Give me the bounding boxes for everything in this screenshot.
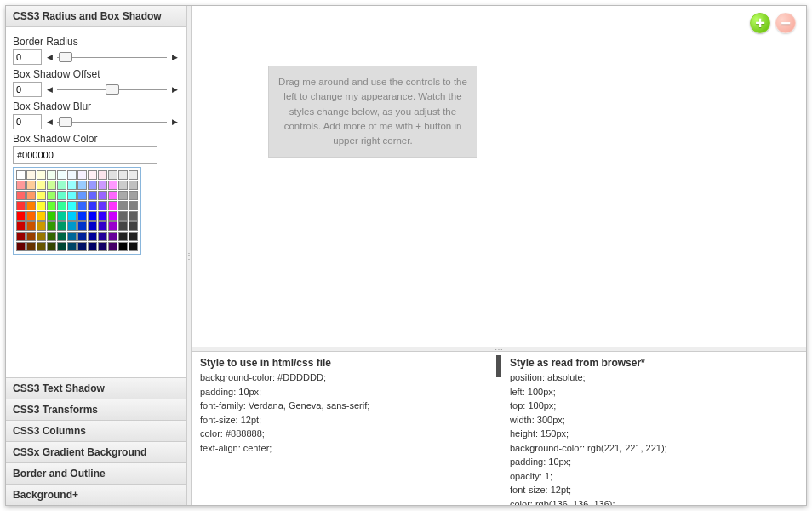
color-swatch[interactable] bbox=[118, 211, 128, 221]
box-shadow-offset-increment[interactable]: ▶ bbox=[170, 83, 179, 96]
color-swatch[interactable] bbox=[98, 191, 107, 200]
color-swatch[interactable] bbox=[108, 201, 117, 210]
color-swatch[interactable] bbox=[129, 181, 138, 190]
add-element-button[interactable]: + bbox=[750, 13, 770, 33]
color-swatch[interactable] bbox=[77, 232, 87, 241]
color-swatch[interactable] bbox=[88, 181, 97, 190]
color-swatch[interactable] bbox=[88, 191, 97, 200]
accordion-section[interactable]: Border and Outline bbox=[6, 462, 186, 484]
color-swatch[interactable] bbox=[57, 221, 66, 231]
remove-element-button[interactable]: − bbox=[775, 13, 796, 33]
color-swatch[interactable] bbox=[118, 191, 128, 200]
color-swatch[interactable] bbox=[77, 201, 87, 210]
color-swatch[interactable] bbox=[57, 170, 66, 180]
color-swatch[interactable] bbox=[47, 242, 56, 251]
accordion-section[interactable]: CSS3 Text Shadow bbox=[6, 377, 186, 399]
border-radius-increment[interactable]: ▶ bbox=[170, 50, 179, 64]
color-swatch[interactable] bbox=[16, 221, 26, 231]
border-radius-decrement[interactable]: ◀ bbox=[45, 50, 54, 64]
color-swatch[interactable] bbox=[57, 181, 66, 190]
color-swatch[interactable] bbox=[118, 181, 128, 190]
box-shadow-blur-increment[interactable]: ▶ bbox=[170, 115, 179, 129]
color-swatch[interactable] bbox=[67, 242, 77, 251]
color-swatch[interactable] bbox=[26, 211, 36, 221]
color-swatch[interactable] bbox=[77, 221, 87, 231]
color-swatch[interactable] bbox=[88, 232, 97, 241]
color-swatch[interactable] bbox=[47, 191, 56, 200]
color-swatch[interactable] bbox=[108, 211, 117, 221]
box-shadow-blur-input[interactable] bbox=[13, 114, 42, 129]
color-swatch[interactable] bbox=[118, 201, 128, 210]
color-swatch[interactable] bbox=[98, 242, 107, 251]
color-swatch[interactable] bbox=[129, 170, 138, 180]
color-swatch[interactable] bbox=[129, 221, 138, 231]
accordion-section[interactable]: CSS3 Transforms bbox=[6, 399, 186, 420]
color-swatch[interactable] bbox=[67, 181, 77, 190]
accordion-section[interactable]: CSS3 Columns bbox=[6, 420, 186, 441]
color-swatch[interactable] bbox=[108, 221, 117, 231]
color-swatch[interactable] bbox=[47, 170, 56, 180]
color-swatch[interactable] bbox=[47, 232, 56, 241]
color-swatch[interactable] bbox=[67, 170, 77, 180]
color-swatch[interactable] bbox=[16, 211, 26, 221]
color-swatch[interactable] bbox=[129, 211, 138, 221]
box-shadow-offset-decrement[interactable]: ◀ bbox=[45, 83, 54, 96]
color-swatch[interactable] bbox=[57, 232, 66, 241]
draggable-preview-card[interactable]: Drag me around and use the controls to t… bbox=[268, 66, 477, 158]
color-swatch[interactable] bbox=[77, 170, 87, 180]
box-shadow-blur-slider-thumb[interactable] bbox=[59, 117, 72, 127]
color-swatch[interactable] bbox=[67, 232, 77, 241]
color-swatch[interactable] bbox=[67, 211, 77, 221]
border-radius-input[interactable] bbox=[13, 49, 42, 65]
accordion-section[interactable]: CSSx Gradient Background bbox=[6, 441, 186, 462]
color-swatch[interactable] bbox=[37, 232, 46, 241]
color-swatch[interactable] bbox=[88, 242, 97, 251]
color-swatch[interactable] bbox=[16, 232, 26, 241]
color-swatch[interactable] bbox=[26, 232, 36, 241]
color-swatch[interactable] bbox=[77, 211, 87, 221]
color-swatch[interactable] bbox=[118, 242, 128, 251]
color-swatch[interactable] bbox=[47, 211, 56, 221]
color-swatch[interactable] bbox=[88, 211, 97, 221]
color-swatch[interactable] bbox=[129, 201, 138, 210]
color-swatch[interactable] bbox=[26, 181, 36, 190]
color-swatch[interactable] bbox=[88, 221, 97, 231]
color-swatch[interactable] bbox=[108, 242, 117, 251]
color-swatch[interactable] bbox=[37, 191, 46, 200]
border-radius-slider[interactable] bbox=[57, 51, 167, 63]
box-shadow-offset-slider-thumb[interactable] bbox=[106, 84, 119, 95]
color-swatch[interactable] bbox=[26, 201, 36, 210]
color-swatch[interactable] bbox=[37, 201, 46, 210]
color-swatch[interactable] bbox=[37, 221, 46, 231]
color-swatch[interactable] bbox=[98, 211, 107, 221]
color-swatch[interactable] bbox=[118, 232, 128, 241]
color-swatch[interactable] bbox=[88, 170, 97, 180]
color-swatch[interactable] bbox=[129, 191, 138, 200]
box-shadow-blur-decrement[interactable]: ◀ bbox=[45, 115, 54, 129]
color-swatch[interactable] bbox=[77, 242, 87, 251]
color-swatch[interactable] bbox=[26, 221, 36, 231]
accordion-section-radius-shadow[interactable]: CSS3 Radius and Box Shadow bbox=[6, 6, 186, 27]
color-swatch[interactable] bbox=[108, 191, 117, 200]
color-swatch[interactable] bbox=[129, 242, 138, 251]
color-swatch[interactable] bbox=[47, 181, 56, 190]
color-swatch[interactable] bbox=[37, 242, 46, 251]
color-swatch[interactable] bbox=[98, 221, 107, 231]
color-swatch[interactable] bbox=[26, 191, 36, 200]
color-swatch[interactable] bbox=[118, 221, 128, 231]
color-swatch[interactable] bbox=[67, 221, 77, 231]
color-swatch[interactable] bbox=[16, 191, 26, 200]
color-swatch[interactable] bbox=[57, 242, 66, 251]
color-swatch[interactable] bbox=[57, 211, 66, 221]
color-swatch[interactable] bbox=[129, 232, 138, 241]
color-swatch[interactable] bbox=[47, 201, 56, 210]
color-swatch[interactable] bbox=[108, 170, 117, 180]
color-swatch[interactable] bbox=[88, 201, 97, 210]
color-swatch[interactable] bbox=[16, 242, 26, 251]
color-swatch[interactable] bbox=[67, 201, 77, 210]
color-swatch[interactable] bbox=[98, 170, 107, 180]
color-swatch[interactable] bbox=[16, 181, 26, 190]
color-swatch[interactable] bbox=[37, 211, 46, 221]
color-swatch[interactable] bbox=[57, 201, 66, 210]
color-swatch[interactable] bbox=[108, 181, 117, 190]
